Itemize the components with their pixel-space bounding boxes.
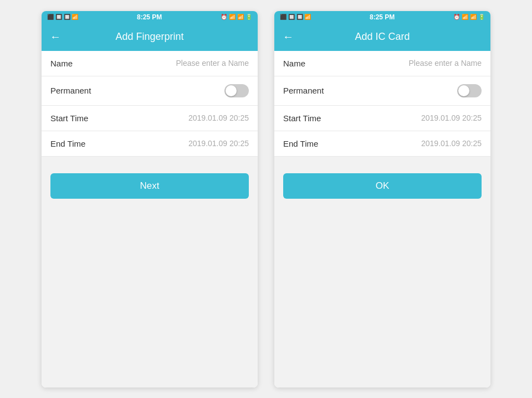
status-bar-1: ⬛ 🔲 🔲 📶 8:25 PM ⏰ 📶 📶 🔋 (42, 11, 258, 23)
status-time-1: 8:25 PM (137, 13, 162, 21)
end-time-row-1: End Time 2019.01.09 20:25 (42, 131, 258, 157)
back-button-2[interactable]: ← (283, 30, 294, 43)
next-button[interactable]: Next (50, 173, 249, 199)
status-left-2: ⬛ 🔲 🔲 📶 (280, 14, 311, 20)
status-bar-2: ⬛ 🔲 🔲 📶 8:25 PM ⏰ 📶 📶 🔋 (274, 11, 490, 23)
signal-icon-1: 📶 (229, 14, 236, 20)
status-right-2: ⏰ 📶 📶 🔋 (453, 14, 485, 20)
battery-icon-1: 🔋 (245, 14, 252, 20)
end-time-row-2: End Time 2019.01.09 20:25 (274, 131, 490, 157)
start-time-value-1: 2019.01.09 20:25 (188, 113, 249, 122)
end-time-label-2: End Time (283, 139, 318, 148)
name-input-1[interactable] (138, 59, 249, 68)
permanent-label-2: Permanent (283, 86, 324, 95)
toggle-thumb-1 (226, 85, 237, 96)
status-right-1: ⏰ 📶 📶 🔋 (221, 14, 252, 20)
phone-frame-fingerprint: ⬛ 🔲 🔲 📶 8:25 PM ⏰ 📶 📶 🔋 ← Add Fingerprin… (42, 11, 258, 387)
end-time-value-2: 2019.01.09 20:25 (421, 139, 482, 148)
gray-area-1: Next (42, 157, 258, 387)
name-row-1: Name (42, 51, 258, 76)
start-time-row-2: Start Time 2019.01.09 20:25 (274, 106, 490, 131)
permanent-toggle-1[interactable] (224, 84, 249, 97)
start-time-row-1: Start Time 2019.01.09 20:25 (42, 106, 258, 131)
toggle-thumb-2 (458, 85, 469, 96)
header-2: ← Add IC Card (274, 23, 490, 51)
permanent-label-1: Permanent (50, 86, 91, 95)
permanent-toggle-2[interactable] (457, 84, 482, 97)
gray-area-2: OK (274, 157, 490, 387)
end-time-label-1: End Time (50, 139, 85, 148)
permanent-row-1: Permanent (42, 76, 258, 106)
wifi-icon-2: 📶 (470, 14, 477, 20)
signal-icon-2: 📶 (462, 14, 468, 20)
back-button-1[interactable]: ← (50, 30, 61, 43)
alarm-icon-2: ⏰ (453, 14, 460, 20)
phone-frame-ic-card: ⬛ 🔲 🔲 📶 8:25 PM ⏰ 📶 📶 🔋 ← Add IC Card Na… (274, 11, 490, 387)
name-row-2: Name (274, 51, 490, 76)
header-1: ← Add Fingerprint (42, 23, 258, 51)
name-label-2: Name (283, 59, 305, 68)
alarm-icon-1: ⏰ (221, 14, 227, 20)
permanent-row-2: Permanent (274, 76, 490, 106)
status-left-1: ⬛ 🔲 🔲 📶 (47, 14, 78, 20)
status-time-2: 8:25 PM (370, 13, 395, 21)
status-icons-left-2: ⬛ 🔲 🔲 📶 (280, 14, 311, 20)
ok-button[interactable]: OK (283, 173, 482, 199)
name-label-1: Name (50, 59, 73, 68)
battery-icon-2: 🔋 (478, 14, 485, 20)
start-time-value-2: 2019.01.09 20:25 (421, 113, 482, 122)
header-title-1: Add Fingerprint (115, 31, 183, 43)
start-time-label-1: Start Time (50, 113, 88, 123)
wifi-icon-1: 📶 (237, 14, 244, 20)
end-time-value-1: 2019.01.09 20:25 (188, 139, 249, 148)
content-2: Name Permanent Start Time 2019.01.09 20:… (274, 51, 490, 387)
content-1: Name Permanent Start Time 2019.01.09 20:… (42, 51, 258, 387)
start-time-label-2: Start Time (283, 113, 321, 123)
name-input-2[interactable] (371, 59, 482, 68)
header-title-2: Add IC Card (355, 31, 410, 43)
status-icons-left-1: ⬛ 🔲 🔲 📶 (47, 14, 78, 20)
